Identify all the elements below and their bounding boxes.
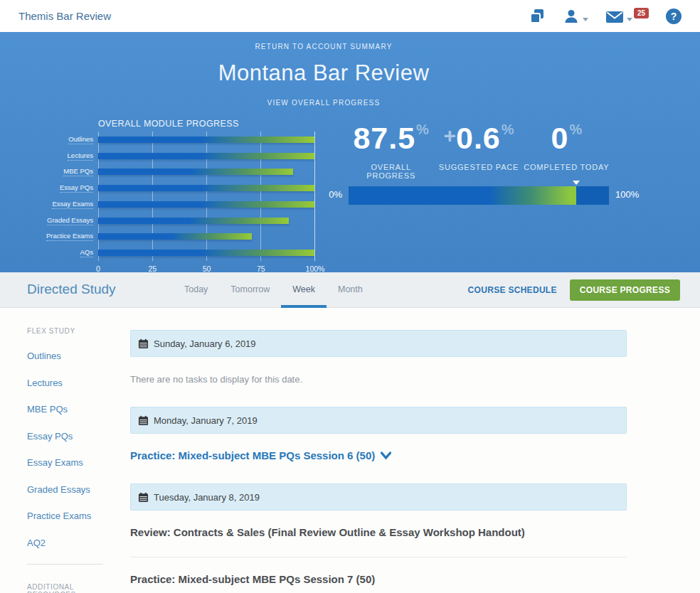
sidebar-item-aq2[interactable]: AQ2: [27, 538, 120, 548]
chart-category-label[interactable]: Practice Exams: [46, 232, 93, 241]
stat-label: COMPLETED TODAY: [523, 163, 610, 171]
calendar-icon: [138, 338, 149, 349]
chart-category-label[interactable]: Essay PQs: [60, 183, 93, 193]
stat-overall-progress: 87.5% OVERALL PROGRESS: [347, 121, 435, 180]
unread-count-badge: 25: [634, 8, 649, 18]
tab-week[interactable]: Week: [281, 272, 327, 308]
stat-completed-today: 0% COMPLETED TODAY: [523, 121, 610, 180]
sidebar-item-essay-exams[interactable]: Essay Exams: [27, 457, 120, 468]
sidebar-item-outlines[interactable]: Outlines: [27, 351, 120, 361]
sidebar-items: OutlinesLecturesMBE PQsEssay PQsEssay Ex…: [27, 351, 120, 548]
user-icon: [563, 8, 580, 25]
chart-bar: [98, 201, 314, 208]
hero-center: RETURN TO ACCOUNT SUMMARY Montana Bar Re…: [0, 32, 647, 108]
stat-value: 87.5: [353, 121, 415, 155]
hero-banner: RETURN TO ACCOUNT SUMMARY Montana Bar Re…: [0, 32, 700, 272]
chart-bar-row: [98, 196, 314, 213]
stat-label: OVERALL PROGRESS: [347, 163, 435, 180]
task-item[interactable]: Review: Contracts & Sales (Final Review …: [130, 526, 627, 557]
stat-suggested-pace: +0.6% SUGGESTED PACE: [435, 121, 522, 180]
header-icons: 25 ?: [529, 8, 682, 25]
chart-category-label[interactable]: MBE PQs: [63, 167, 93, 176]
percent-sign: %: [502, 122, 514, 137]
tab-strip: Directed Study TodayTomorrowWeekMonth CO…: [0, 272, 700, 308]
stat-value: 0.6: [456, 121, 501, 155]
day-date-label: Monday, January 7, 2019: [154, 415, 258, 426]
stacked-books-icon: [529, 8, 546, 25]
chart-title: OVERALL MODULE PROGRESS: [98, 119, 239, 129]
chevron-down-icon: [381, 452, 391, 460]
chart-bar-row: [98, 180, 314, 196]
sidebar-group-additional-resources: ADDITIONAL RESOURCES: [27, 583, 120, 593]
task-label: Practice: Mixed-subject MBE PQs Session …: [130, 573, 375, 585]
overall-progress-bar: 0% 100%: [349, 186, 609, 205]
chart-category-label[interactable]: AQs: [80, 248, 93, 257]
chart-bar: [98, 233, 252, 240]
stat-value: 0: [551, 121, 568, 155]
chart-bar: [98, 185, 314, 191]
day-header: Sunday, January 6, 2019: [130, 330, 627, 357]
chart-bar: [98, 153, 314, 159]
day-header: Tuesday, January 8, 2019: [130, 484, 627, 511]
app-title[interactable]: Themis Bar Review: [18, 10, 111, 22]
sidebar: FLEX STUDY OutlinesLecturesMBE PQsEssay …: [27, 327, 120, 593]
course-progress-button[interactable]: COURSE PROGRESS: [570, 279, 680, 301]
chart-bar: [98, 250, 314, 256]
tab-today[interactable]: Today: [173, 272, 219, 308]
chart-bar-row: [98, 164, 314, 181]
sidebar-item-graded-essays[interactable]: Graded Essays: [27, 484, 120, 495]
no-tasks-message: There are no tasks to display for this d…: [130, 374, 627, 385]
tab-tomorrow[interactable]: Tomorrow: [219, 272, 281, 308]
view-tabs: TodayTomorrowWeekMonth: [173, 272, 374, 308]
progress-marker-icon: [573, 181, 580, 185]
progress-max-label: 100%: [615, 189, 639, 200]
day-date-label: Tuesday, January 8, 2019: [154, 492, 260, 503]
chart-bar-row: [98, 148, 314, 164]
tab-month[interactable]: Month: [327, 272, 374, 308]
view-overall-progress-link[interactable]: VIEW OVERALL PROGRESS: [267, 99, 381, 107]
chart-category-labels: OutlinesLecturesMBE PQsEssay PQsEssay Ex…: [21, 132, 93, 261]
progress-stats: 87.5% OVERALL PROGRESS +0.6% SUGGESTED P…: [347, 121, 610, 180]
messages-menu-button[interactable]: 25: [605, 8, 649, 25]
day-date-label: Sunday, January 6, 2019: [154, 338, 256, 349]
mail-icon: [605, 8, 624, 25]
help-button[interactable]: ?: [666, 9, 682, 24]
sidebar-item-practice-exams[interactable]: Practice Exams: [27, 511, 120, 521]
progress-bar-fill: [349, 186, 576, 205]
calendar-icon: [138, 492, 149, 503]
chart-bar-row: [98, 245, 314, 261]
chart-bar-row: [98, 213, 314, 229]
task-item[interactable]: Practice: Mixed-subject MBE PQs Session …: [130, 573, 627, 593]
sidebar-item-mbe-pqs[interactable]: MBE PQs: [27, 404, 120, 415]
library-button[interactable]: [529, 8, 546, 25]
chart-bar-row: [98, 132, 314, 148]
strip-actions: COURSE SCHEDULE COURSE PROGRESS: [468, 272, 680, 308]
day-header: Monday, January 7, 2019: [130, 407, 627, 434]
chart-category-label[interactable]: Graded Essays: [47, 216, 93, 225]
stat-label: SUGGESTED PACE: [435, 163, 522, 171]
chevron-down-icon: [627, 18, 632, 21]
calendar-icon: [138, 415, 149, 426]
sidebar-item-lectures[interactable]: Lectures: [27, 378, 120, 388]
chart-category-label[interactable]: Lectures: [68, 151, 93, 161]
chart-bar: [98, 137, 314, 143]
stat-plus: +: [443, 124, 456, 147]
schedule-list: Sunday, January 6, 2019There are no task…: [130, 308, 627, 593]
page-title: Montana Bar Review: [0, 60, 647, 86]
chart-category-label[interactable]: Outlines: [68, 135, 93, 144]
return-to-account-summary-link[interactable]: RETURN TO ACCOUNT SUMMARY: [255, 43, 392, 50]
directed-study-link[interactable]: Directed Study: [27, 282, 116, 297]
course-schedule-link[interactable]: COURSE SCHEDULE: [468, 285, 557, 295]
task-item[interactable]: Practice: Mixed-subject MBE PQs Session …: [130, 449, 627, 461]
chart-bar: [98, 169, 293, 175]
day-block: Tuesday, January 8, 2019Review: Contract…: [130, 484, 627, 593]
percent-sign: %: [569, 122, 582, 137]
sidebar-item-essay-pqs[interactable]: Essay PQs: [27, 431, 120, 442]
task-label: Practice: Mixed-subject MBE PQs Session …: [130, 449, 375, 461]
sidebar-divider: [27, 564, 103, 565]
chart-bar: [98, 218, 289, 224]
top-header: Themis Bar Review 25 ?: [0, 0, 700, 32]
account-menu-button[interactable]: [563, 8, 588, 25]
chart-category-label[interactable]: Essay Exams: [52, 200, 93, 209]
question-mark-icon: ?: [666, 9, 682, 24]
